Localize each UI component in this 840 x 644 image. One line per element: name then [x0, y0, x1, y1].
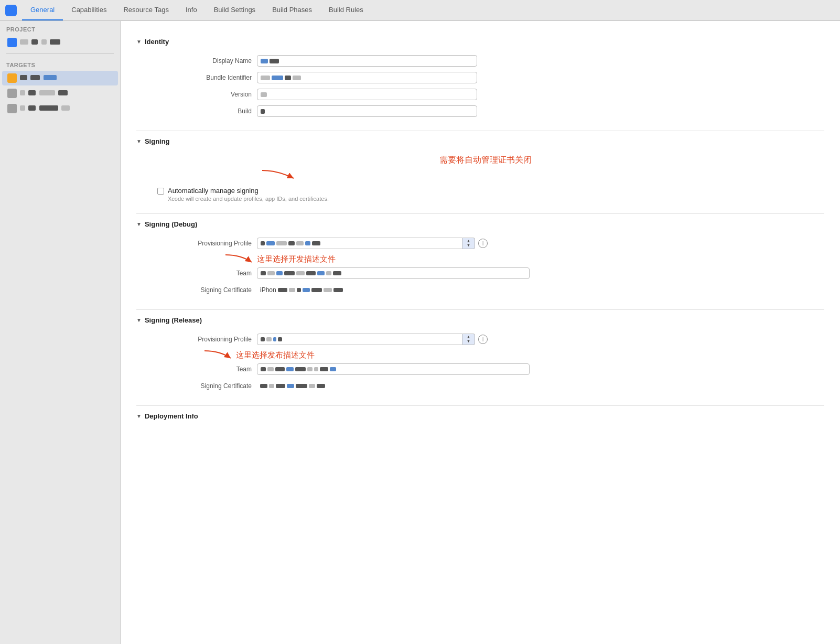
deployment-body: [136, 425, 824, 454]
bundle-id-input[interactable]: [257, 72, 477, 83]
identity-triangle[interactable]: ▼: [136, 39, 142, 45]
target-2-icon: [7, 89, 17, 98]
signing-section: ▼ Signing 需要将自动管理证书关闭: [136, 131, 824, 213]
tab-build-phases[interactable]: Build Phases: [264, 0, 320, 20]
target-1-icon: [7, 73, 17, 83]
auto-manage-row: Automatically manage signing Xcode will …: [157, 187, 824, 202]
project-item-label: [20, 39, 60, 46]
content-area: ▼ Identity Display Name Bundle Identifie…: [121, 21, 840, 644]
debug-team-input[interactable]: [257, 267, 530, 279]
version-input[interactable]: [257, 89, 477, 100]
project-section-label: PROJECT: [0, 21, 120, 35]
release-cert-input[interactable]: [257, 380, 530, 392]
build-label: Build: [147, 108, 252, 115]
spinner-down-arrow: ▼: [467, 243, 471, 248]
target-2-label: [20, 90, 68, 97]
signing-debug-section: ▼ Signing (Debug) Provisioning Profile: [136, 214, 824, 309]
version-row: Version: [147, 89, 824, 100]
display-name-label: Display Name: [147, 57, 252, 65]
debug-arrow-svg: [220, 253, 257, 266]
release-provisioning-row: Provisioning Profile ▲ ▼ i: [147, 334, 824, 345]
signing-annotation-text: 需要将自动管理证书关闭: [439, 155, 532, 164]
release-provisioning-info-btn[interactable]: i: [478, 335, 488, 344]
release-arrow-svg: [199, 349, 236, 362]
debug-provisioning-input-wrapper: ▲ ▼ i: [257, 238, 488, 249]
debug-provisioning-info-btn[interactable]: i: [478, 239, 488, 248]
release-cert-row: Signing Certificate: [147, 380, 824, 392]
display-name-row: Display Name: [147, 55, 824, 67]
build-input[interactable]: [257, 105, 477, 117]
identity-section: ▼ Identity Display Name Bundle Identifie…: [136, 31, 824, 131]
debug-cert-label: Signing Certificate: [147, 286, 252, 294]
tab-build-settings[interactable]: Build Settings: [206, 0, 264, 20]
sidebar-target-1[interactable]: [2, 71, 118, 85]
bundle-id-row: Bundle Identifier: [147, 72, 824, 83]
project-icon: [7, 38, 17, 47]
tab-info[interactable]: Info: [177, 0, 206, 20]
debug-provisioning-row: Provisioning Profile ▲: [147, 238, 824, 249]
deployment-section: ▼ Deployment Info: [136, 406, 824, 454]
build-row: Build: [147, 105, 824, 117]
release-provisioning-input-wrapper: ▲ ▼ i: [257, 334, 488, 345]
signing-release-title: Signing (Release): [145, 316, 202, 324]
signing-header: ▼ Signing: [136, 131, 824, 151]
signing-debug-triangle[interactable]: ▼: [136, 221, 142, 227]
main-layout: PROJECT TARGETS: [0, 21, 840, 644]
deployment-header: ▼ Deployment Info: [136, 406, 824, 425]
signing-title: Signing: [145, 137, 170, 145]
tab-general[interactable]: General: [22, 0, 63, 20]
targets-section-label: TARGETS: [0, 57, 120, 70]
release-annotation-text: 这里选择发布描述文件: [236, 350, 315, 360]
auto-manage-sublabel: Xcode will create and update profiles, a…: [168, 196, 329, 202]
identity-body: Display Name Bundle Identifier: [136, 51, 824, 131]
debug-provisioning-spinner[interactable]: ▲ ▼: [462, 238, 475, 249]
signing-debug-body: Provisioning Profile ▲: [136, 233, 824, 309]
tab-build-rules[interactable]: Build Rules: [320, 0, 372, 20]
release-provisioning-label: Provisioning Profile: [147, 336, 252, 343]
signing-release-header: ▼ Signing (Release): [136, 310, 824, 329]
sidebar: PROJECT TARGETS: [0, 21, 121, 644]
tab-resource-tags[interactable]: Resource Tags: [115, 0, 177, 20]
deployment-title: Deployment Info: [145, 412, 198, 420]
target-1-label: [20, 74, 57, 82]
signing-release-body: Provisioning Profile ▲ ▼ i: [136, 329, 824, 405]
target-3-icon: [7, 104, 17, 113]
signing-release-triangle[interactable]: ▼: [136, 317, 142, 323]
app-icon: [5, 5, 17, 16]
debug-provisioning-label: Provisioning Profile: [147, 240, 252, 247]
release-provisioning-input[interactable]: [257, 334, 462, 345]
target-3-label: [20, 105, 70, 112]
auto-manage-checkbox[interactable]: [157, 188, 164, 195]
bundle-id-label: Bundle Identifier: [147, 74, 252, 81]
sidebar-divider: [6, 53, 114, 53]
debug-cert-input[interactable]: iPhon: [257, 284, 530, 296]
display-name-input[interactable]: [257, 55, 477, 67]
deployment-triangle[interactable]: ▼: [136, 413, 142, 419]
version-label: Version: [147, 91, 252, 98]
sidebar-target-2[interactable]: [2, 86, 118, 101]
sidebar-project-item[interactable]: [2, 35, 118, 50]
signing-triangle[interactable]: ▼: [136, 138, 142, 144]
auto-manage-labels: Automatically manage signing Xcode will …: [168, 187, 329, 202]
signing-arrow-svg: [257, 168, 299, 183]
debug-provisioning-input[interactable]: [257, 238, 462, 249]
release-team-row: Team: [147, 363, 824, 375]
tab-capabilities[interactable]: Capabilities: [63, 0, 115, 20]
release-spinner-down-arrow: ▼: [467, 339, 471, 344]
sidebar-target-3[interactable]: [2, 101, 118, 116]
signing-debug-header: ▼ Signing (Debug): [136, 214, 824, 233]
signing-body: 需要将自动管理证书关闭: [136, 151, 824, 213]
signing-debug-title: Signing (Debug): [145, 220, 197, 228]
tab-bar: General Capabilities Resource Tags Info …: [0, 0, 840, 21]
debug-team-label: Team: [147, 270, 252, 277]
release-team-label: Team: [147, 366, 252, 373]
debug-cert-row: Signing Certificate iPhon: [147, 284, 824, 296]
debug-annotation-text: 这里选择开发描述文件: [257, 254, 336, 264]
release-provisioning-spinner[interactable]: ▲ ▼: [462, 334, 475, 345]
auto-manage-label: Automatically manage signing: [168, 187, 329, 195]
identity-title: Identity: [145, 38, 169, 46]
debug-team-row: Team: [147, 267, 824, 279]
release-team-input[interactable]: [257, 363, 530, 375]
identity-header: ▼ Identity: [136, 31, 824, 51]
signing-release-section: ▼ Signing (Release) Provisioning Profile: [136, 310, 824, 405]
